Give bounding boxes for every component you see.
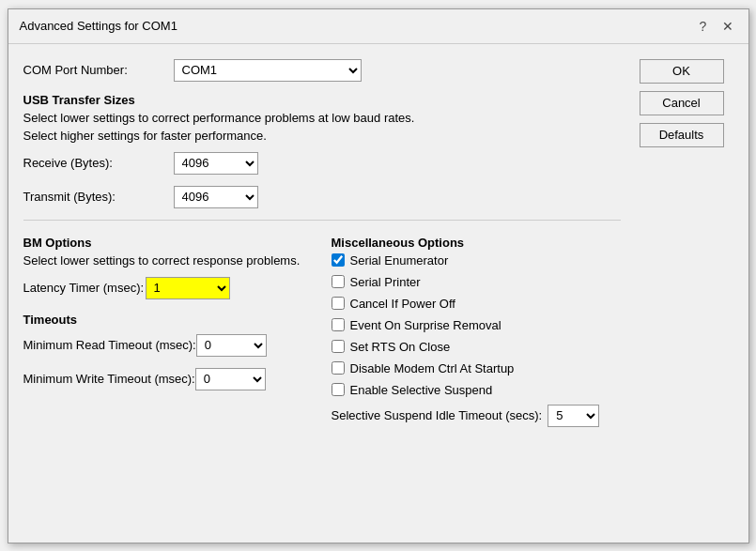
two-col-section: BM Options Select lower settings to corr… bbox=[23, 232, 621, 427]
event-surprise-label: Event On Surprise Removal bbox=[350, 318, 501, 332]
latency-select[interactable]: 1 2 5 10 16 32 64 128 bbox=[146, 277, 230, 299]
ok-button[interactable]: OK bbox=[640, 59, 724, 84]
divider1 bbox=[23, 220, 621, 221]
dialog: Advanced Settings for COM1 ? ✕ COM Port … bbox=[8, 8, 749, 543]
set-rts-row: Set RTS On Close bbox=[332, 340, 621, 354]
latency-row: Latency Timer (msec): 1 2 5 10 16 32 64 … bbox=[23, 277, 313, 299]
disable-modem-row: Disable Modem Ctrl At Startup bbox=[332, 361, 621, 375]
left-panel: COM Port Number: COM1 COM2 COM3 COM4 USB… bbox=[23, 59, 640, 427]
serial-enumerator-row: Serial Enumerator bbox=[332, 253, 621, 268]
selective-idle-row: Selective Suspend Idle Timeout (secs): 5… bbox=[332, 405, 621, 427]
com-port-label: COM Port Number: bbox=[23, 63, 174, 77]
main-content: COM Port Number: COM1 COM2 COM3 COM4 USB… bbox=[8, 44, 748, 442]
serial-printer-row: Serial Printer bbox=[332, 275, 621, 289]
help-button[interactable]: ? bbox=[694, 17, 713, 36]
disable-modem-label: Disable Modem Ctrl At Startup bbox=[350, 361, 515, 375]
event-surprise-row: Event On Surprise Removal bbox=[332, 318, 621, 332]
selective-idle-select[interactable]: 5 10 15 30 60 bbox=[548, 405, 599, 427]
latency-label: Latency Timer (msec): bbox=[23, 281, 146, 295]
event-surprise-checkbox[interactable] bbox=[332, 318, 345, 331]
bm-options-desc: Select lower settings to correct respons… bbox=[23, 253, 313, 268]
cancel-power-off-checkbox[interactable] bbox=[332, 297, 345, 310]
misc-options-title: Miscellaneous Options bbox=[332, 236, 621, 250]
serial-enumerator-label: Serial Enumerator bbox=[350, 253, 449, 268]
defaults-button[interactable]: Defaults bbox=[640, 123, 724, 147]
receive-select[interactable]: 4096 2048 1024 512 bbox=[174, 152, 258, 175]
transmit-label: Transmit (Bytes): bbox=[23, 190, 174, 204]
action-buttons-panel: OK Cancel Defaults bbox=[640, 59, 733, 427]
timeouts-title: Timeouts bbox=[23, 313, 313, 327]
bm-timeouts-col: BM Options Select lower settings to corr… bbox=[23, 232, 313, 427]
com-port-select[interactable]: COM1 COM2 COM3 COM4 bbox=[174, 59, 362, 82]
min-write-label: Minimum Write Timeout (msec): bbox=[23, 372, 195, 386]
usb-transfer-title: USB Transfer Sizes bbox=[23, 93, 621, 107]
enable-selective-checkbox[interactable] bbox=[332, 383, 345, 396]
title-bar: Advanced Settings for COM1 ? ✕ bbox=[8, 9, 748, 44]
serial-printer-label: Serial Printer bbox=[350, 275, 421, 289]
close-button[interactable]: ✕ bbox=[718, 17, 737, 36]
transmit-row: Transmit (Bytes): 4096 2048 1024 512 bbox=[23, 186, 621, 208]
timeouts-section: Timeouts Minimum Read Timeout (msec): 0 … bbox=[23, 313, 313, 390]
dialog-title: Advanced Settings for COM1 bbox=[20, 19, 177, 33]
set-rts-label: Set RTS On Close bbox=[350, 340, 451, 354]
misc-options-col: Miscellaneous Options Serial Enumerator … bbox=[332, 232, 621, 427]
transmit-select[interactable]: 4096 2048 1024 512 bbox=[174, 186, 258, 208]
cancel-button[interactable]: Cancel bbox=[640, 91, 724, 115]
receive-row: Receive (Bytes): 4096 2048 1024 512 bbox=[23, 152, 621, 175]
usb-desc2: Select higher settings for faster perfor… bbox=[23, 129, 621, 143]
enable-selective-label: Enable Selective Suspend bbox=[350, 383, 493, 397]
disable-modem-checkbox[interactable] bbox=[332, 361, 345, 375]
serial-enumerator-checkbox[interactable] bbox=[332, 253, 345, 267]
min-write-row: Minimum Write Timeout (msec): 0 100 200 … bbox=[23, 368, 313, 390]
min-read-select[interactable]: 0 100 200 500 1000 bbox=[196, 334, 267, 357]
enable-selective-row: Enable Selective Suspend bbox=[332, 383, 621, 397]
cancel-power-off-label: Cancel If Power Off bbox=[350, 297, 455, 311]
min-write-select[interactable]: 0 100 200 500 1000 bbox=[195, 368, 266, 390]
min-read-row: Minimum Read Timeout (msec): 0 100 200 5… bbox=[23, 334, 313, 357]
usb-transfer-section: USB Transfer Sizes Select lower settings… bbox=[23, 93, 621, 208]
com-port-row: COM Port Number: COM1 COM2 COM3 COM4 bbox=[23, 59, 621, 82]
selective-idle-label: Selective Suspend Idle Timeout (secs): bbox=[332, 408, 543, 422]
title-bar-buttons: ? ✕ bbox=[694, 17, 737, 36]
bm-options-title: BM Options bbox=[23, 236, 313, 250]
receive-label: Receive (Bytes): bbox=[23, 156, 174, 170]
min-read-label: Minimum Read Timeout (msec): bbox=[23, 338, 196, 352]
set-rts-checkbox[interactable] bbox=[332, 340, 345, 353]
bm-options-section: BM Options Select lower settings to corr… bbox=[23, 236, 313, 299]
usb-desc1: Select lower settings to correct perform… bbox=[23, 111, 621, 125]
serial-printer-checkbox[interactable] bbox=[332, 275, 345, 288]
cancel-power-off-row: Cancel If Power Off bbox=[332, 297, 621, 311]
